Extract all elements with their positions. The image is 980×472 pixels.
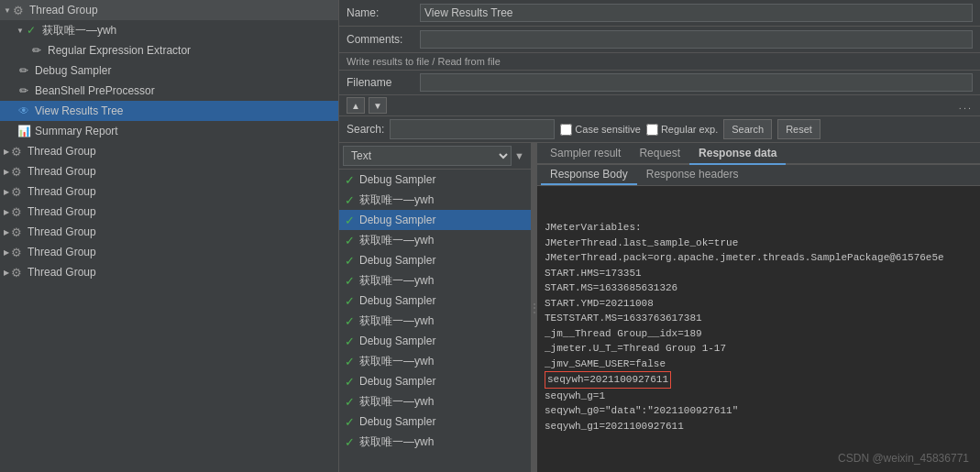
sample-label: Debug Sampler — [359, 214, 435, 226]
filename-label: Filename — [347, 76, 420, 89]
sample-item[interactable]: ✓获取唯一—ywh — [339, 391, 531, 412]
sample-item[interactable]: ✓获取唯一—ywh — [339, 432, 531, 452]
sidebar-label-thread-group-1: Thread Group — [28, 145, 96, 158]
content-area: Name: Comments: Write results to file / … — [339, 0, 980, 472]
write-results-row: Write results to file / Read from file — [339, 53, 980, 71]
regular-exp-label[interactable]: Regular exp. — [646, 124, 718, 136]
sidebar-icon-beanshell: ✏ — [17, 83, 31, 98]
sidebar-label-debug-sampler-1: Debug Sampler — [35, 64, 111, 77]
sidebar-label-thread-group-7: Thread Group — [28, 266, 96, 279]
sidebar-item-view-results-tree[interactable]: 👁View Results Tree — [0, 101, 338, 121]
sidebar-icon-thread-group-1: ⚙ — [9, 144, 24, 159]
sidebar-icon-summary-report: 📊 — [17, 124, 31, 138]
response-line: _jmv_SAME_USER=false — [545, 358, 666, 369]
sidebar: ▼ ⚙Thread Group▼ ✓获取唯一—ywh✏Regular Expre… — [0, 0, 339, 472]
sample-icon: ✓ — [345, 435, 355, 449]
sample-icon: ✓ — [345, 314, 355, 328]
sidebar-item-thread-group-2[interactable]: ▶ ⚙Thread Group — [0, 161, 338, 181]
sample-item[interactable]: ✓Debug Sampler — [339, 331, 531, 351]
sample-label: Debug Sampler — [359, 173, 435, 186]
reset-button[interactable]: Reset — [777, 119, 820, 139]
response-line: START.HMS=173351 — [545, 268, 642, 279]
sample-icon: ✓ — [345, 395, 355, 409]
sample-item[interactable]: ✓Debug Sampler — [339, 412, 531, 432]
toolbar-row: ▲ ▼ ... — [339, 95, 980, 116]
response-line: START.YMD=20211008 — [545, 298, 654, 309]
sidebar-label-thread-group-4: Thread Group — [28, 205, 96, 218]
sample-item[interactable]: ✓Debug Sampler — [339, 291, 531, 311]
sidebar-icon-thread-group-root: ⚙ — [11, 3, 26, 17]
sidebar-icon-regex-extractor: ✏ — [29, 43, 44, 58]
sub-tab-response-body[interactable]: Response Body — [541, 165, 637, 185]
response-line: JMeterVariables: — [545, 222, 642, 233]
sidebar-item-thread-group-root[interactable]: ▼ ⚙Thread Group — [0, 0, 338, 20]
name-label: Name: — [347, 6, 420, 19]
tab-response-data[interactable]: Response data — [689, 143, 786, 165]
comments-input[interactable] — [420, 30, 973, 49]
chevron-button[interactable]: ▼ — [512, 150, 527, 161]
sidebar-item-thread-group-3[interactable]: ▶ ⚙Thread Group — [0, 181, 338, 202]
search-input[interactable] — [390, 119, 555, 139]
sidebar-item-summary-report[interactable]: 📊Summary Report — [0, 121, 338, 141]
name-input[interactable] — [420, 4, 973, 22]
sample-item[interactable]: ✓获取唯一—ywh — [339, 270, 531, 291]
tab-sampler-result[interactable]: Sampler result — [541, 143, 630, 165]
sample-item[interactable]: ✓Debug Sampler — [339, 371, 531, 391]
sample-icon: ✓ — [345, 234, 355, 247]
response-line: _jmeter.U_T_=Thread Group 1-17 — [545, 343, 726, 354]
sidebar-icon-get-item: ✓ — [24, 23, 39, 38]
sidebar-icon-thread-group-3: ⚙ — [9, 184, 24, 199]
sidebar-item-get-item[interactable]: ▼ ✓获取唯一—ywh — [0, 20, 338, 40]
down-button[interactable]: ▼ — [369, 97, 387, 114]
filename-row: Filename — [339, 71, 980, 95]
sample-label: 获取唯一—ywh — [359, 192, 434, 208]
sub-tab-response-headers[interactable]: Response headers — [637, 165, 748, 185]
sample-icon: ✓ — [345, 375, 355, 389]
tab-request[interactable]: Request — [630, 143, 689, 165]
sample-icon: ✓ — [345, 173, 355, 187]
case-sensitive-checkbox[interactable] — [560, 124, 572, 136]
sidebar-label-thread-group-5: Thread Group — [28, 225, 96, 238]
sidebar-item-thread-group-7[interactable]: ▶ ⚙Thread Group — [0, 262, 338, 282]
ellipsis-button[interactable]: ... — [959, 100, 973, 111]
sample-item[interactable]: ✓获取唯一—ywh — [339, 190, 531, 210]
sidebar-label-get-item: 获取唯一—ywh — [42, 23, 116, 38]
sample-item[interactable]: ✓Debug Sampler — [339, 250, 531, 270]
sample-list: ✓Debug Sampler✓获取唯一—ywh✓Debug Sampler✓获取… — [339, 170, 531, 472]
response-line: seqywh=2021100927611 — [545, 374, 671, 385]
sidebar-item-thread-group-1[interactable]: ▶ ⚙Thread Group — [0, 141, 338, 161]
sidebar-item-thread-group-6[interactable]: ▶ ⚙Thread Group — [0, 242, 338, 262]
response-line: JMeterThread.pack=org.apache.jmeter.thre… — [545, 252, 944, 263]
sidebar-item-debug-sampler-1[interactable]: ✏Debug Sampler — [0, 60, 338, 81]
sample-icon: ✓ — [345, 274, 355, 288]
sidebar-label-beanshell: BeanShell PreProcessor — [35, 84, 155, 97]
sidebar-item-regex-extractor[interactable]: ✏Regular Expression Extractor — [0, 40, 338, 60]
sample-item[interactable]: ✓Debug Sampler — [339, 170, 531, 190]
response-line: TESTSTART.MS=1633763617381 — [545, 313, 702, 324]
filename-input[interactable] — [420, 73, 973, 92]
left-panel: Text ▼ ✓Debug Sampler✓获取唯一—ywh✓Debug Sam… — [339, 143, 532, 472]
sample-label: 获取唯一—ywh — [359, 434, 434, 450]
sidebar-item-thread-group-5[interactable]: ▶ ⚙Thread Group — [0, 222, 338, 242]
sample-label: Debug Sampler — [359, 415, 435, 428]
sidebar-label-summary-report: Summary Report — [35, 125, 118, 137]
case-sensitive-label[interactable]: Case sensitive — [560, 124, 641, 136]
sample-label: Debug Sampler — [359, 294, 435, 307]
sample-label: Debug Sampler — [359, 375, 435, 388]
sidebar-icon-thread-group-7: ⚙ — [9, 265, 24, 280]
up-button[interactable]: ▲ — [347, 97, 365, 114]
sidebar-item-beanshell[interactable]: ✏BeanShell PreProcessor — [0, 81, 338, 101]
sample-item[interactable]: ✓获取唯一—ywh — [339, 311, 531, 331]
sample-label: 获取唯一—ywh — [359, 354, 434, 369]
sidebar-label-view-results-tree: View Results Tree — [35, 104, 124, 117]
sample-item[interactable]: ✓获取唯一—ywh — [339, 351, 531, 371]
text-dropdown[interactable]: Text — [343, 146, 512, 166]
comments-label: Comments: — [347, 33, 420, 46]
sample-label: Debug Sampler — [359, 335, 435, 347]
search-button[interactable]: Search — [723, 119, 772, 139]
sample-item[interactable]: ✓Debug Sampler — [339, 210, 531, 230]
sample-item[interactable]: ✓获取唯一—ywh — [339, 230, 531, 250]
sidebar-item-thread-group-4[interactable]: ▶ ⚙Thread Group — [0, 202, 338, 222]
regular-exp-checkbox[interactable] — [646, 124, 658, 136]
response-body[interactable]: JMeterVariables: JMeterThread.last_sampl… — [537, 186, 980, 472]
